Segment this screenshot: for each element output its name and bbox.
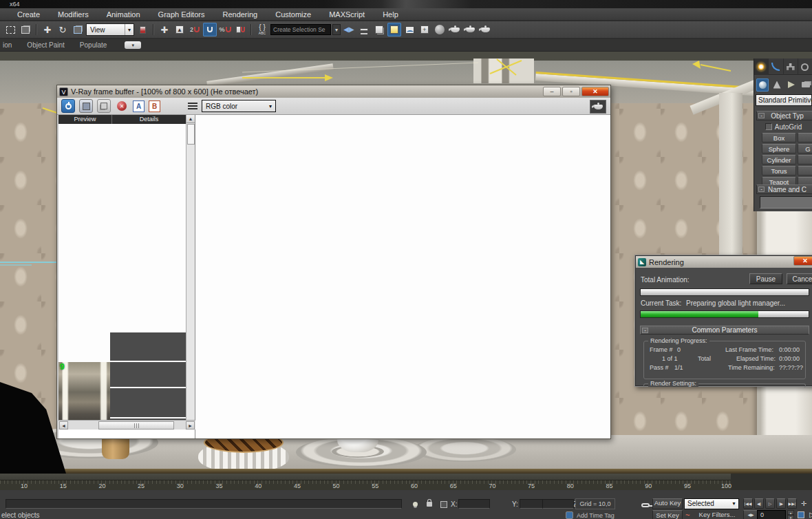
create-button-right-g[interactable]: G <box>798 144 812 153</box>
spinner-snap-icon[interactable] <box>233 23 247 36</box>
prev-key-button[interactable]: ◀| <box>754 498 764 509</box>
current-frame-field[interactable]: 0 <box>757 510 786 519</box>
scale-icon[interactable] <box>71 23 85 36</box>
select-manipulate-icon[interactable]: ✚ <box>158 23 171 36</box>
set-key-button[interactable]: Set Key <box>652 510 683 519</box>
go-start-button[interactable]: |◀◀ <box>743 498 753 509</box>
time-config-icon[interactable] <box>795 509 806 519</box>
new-key-mode-icon[interactable]: ~ <box>685 511 690 519</box>
select-region-icon[interactable] <box>3 23 17 36</box>
ribbon-minimize-icon[interactable]: ▾ <box>125 41 141 49</box>
scroll-left-icon[interactable]: ◄ <box>59 421 68 430</box>
collapse-icon[interactable]: - <box>642 328 648 333</box>
category-cameras-icon[interactable] <box>800 78 812 92</box>
vfb-horizontal-scrollbar[interactable]: ◄ ► <box>58 420 195 430</box>
schematic-view-icon[interactable]: + <box>418 23 431 36</box>
select-object-icon[interactable] <box>19 23 32 36</box>
use-center-icon[interactable] <box>136 23 149 36</box>
vfb-clone-icon[interactable] <box>97 99 111 113</box>
rendered-frame-window-icon[interactable] <box>448 23 462 36</box>
key-filters-button[interactable]: Key Filters... <box>698 510 736 519</box>
create-button-sphere[interactable]: Sphere <box>762 144 796 153</box>
menu-item-create[interactable]: Create <box>8 8 49 21</box>
create-button-right-2[interactable] <box>798 155 812 165</box>
vfb-history-list[interactable]: 9 <box>58 124 186 420</box>
render-production-icon[interactable] <box>463 23 477 36</box>
rotate-icon[interactable]: ↻ <box>56 23 70 36</box>
vfb-save-image-icon[interactable] <box>79 99 93 113</box>
transform-gizmo-icon[interactable]: ✛ <box>798 498 809 509</box>
category-shapes-icon[interactable] <box>771 78 783 92</box>
history-row[interactable] <box>110 388 186 417</box>
tab-hierarchy-icon[interactable] <box>784 59 798 75</box>
history-thumbnail[interactable]: 9 <box>58 362 110 429</box>
reference-coordinate-dropdown[interactable]: View ▾ <box>86 23 134 36</box>
spinner-down-icon[interactable]: ▾ <box>787 515 794 519</box>
tab-motion-icon[interactable] <box>798 59 812 75</box>
move-icon[interactable]: ✚ <box>41 23 54 36</box>
named-selection-set-field[interactable]: Create Selection Se <box>270 24 331 35</box>
vfb-compare-a-icon[interactable]: A <box>133 100 145 112</box>
z-coordinate-field[interactable] <box>542 499 574 509</box>
render-iterative-icon[interactable] <box>478 23 492 36</box>
object-name-field[interactable] <box>760 196 812 209</box>
create-button-right-0[interactable] <box>798 133 812 142</box>
cancel-button[interactable]: Cancel <box>787 273 812 284</box>
ribbon-tab-object-paint[interactable]: Object Paint <box>24 41 76 49</box>
selection-set-dropdown-arrow[interactable]: ▾ <box>332 24 341 35</box>
history-row[interactable] <box>110 362 186 387</box>
vfb-tab-preview[interactable]: Preview <box>58 115 112 124</box>
time-mode-dropdown[interactable]: Selected ▾ <box>684 498 739 509</box>
close-button[interactable]: ✕ <box>793 256 812 266</box>
vfb-compare-b-icon[interactable]: B <box>149 100 160 112</box>
menu-item-customize[interactable]: Customize <box>266 8 320 21</box>
vfb-channel-dropdown[interactable]: RGB color ▾ <box>202 100 276 112</box>
graph-editor-icon[interactable] <box>387 23 401 36</box>
scroll-right-icon[interactable]: ► <box>186 421 195 430</box>
key-mode-toggle[interactable]: ◀▶ <box>743 510 758 519</box>
play-button[interactable]: ▷ <box>765 498 775 509</box>
name-color-rollout[interactable]: - Name and C <box>756 184 812 194</box>
curve-editor-icon[interactable] <box>403 23 416 36</box>
scrollbar-thumb[interactable] <box>187 124 195 145</box>
go-end-button[interactable]: ▶▶| <box>787 498 797 509</box>
menu-item-modifiers[interactable]: Modifiers <box>49 8 98 21</box>
category-lights-icon[interactable] <box>785 78 798 92</box>
absolute-mode-icon[interactable] <box>438 499 449 509</box>
maximize-button[interactable]: ▫ <box>562 87 580 96</box>
tab-modify-icon[interactable] <box>769 59 783 75</box>
x-coordinate-field[interactable] <box>458 499 490 509</box>
create-button-right-3[interactable] <box>798 166 812 176</box>
minimize-button[interactable]: – <box>543 87 561 96</box>
common-parameters-rollout[interactable]: - Common Parameters <box>640 326 809 335</box>
spinner-up-icon[interactable]: ▴ <box>787 510 794 515</box>
frame-spinner[interactable]: ▴ ▾ <box>787 510 794 519</box>
create-button-box[interactable]: Box <box>762 133 796 142</box>
vfb-stop-render-icon[interactable]: ✕ <box>115 99 129 113</box>
history-row[interactable] <box>110 332 186 361</box>
menu-item-graph-editors[interactable]: Graph Editors <box>149 8 214 21</box>
scroll-up-icon[interactable]: ▲ <box>186 115 195 123</box>
menu-item-animation[interactable]: Animation <box>98 8 149 21</box>
track-bar[interactable] <box>0 474 731 480</box>
isolate-selection-icon[interactable] <box>409 499 420 509</box>
scrollbar-thumb[interactable] <box>98 421 174 430</box>
angle-snap-icon[interactable] <box>203 23 217 36</box>
next-key-button[interactable]: |▶ <box>776 498 786 509</box>
ribbon-tab-ion[interactable]: ion <box>0 41 24 49</box>
maxscript-mini-listener[interactable] <box>6 499 402 509</box>
ribbon-tab-populate[interactable]: Populate <box>77 41 119 49</box>
menu-item-rendering[interactable]: Rendering <box>213 8 266 21</box>
snap-toggle-icon[interactable]: 2 <box>188 23 202 36</box>
edit-named-selection-icon[interactable]: { } ABC <box>255 23 269 36</box>
menu-item-maxscript[interactable]: MAXScript <box>320 8 374 21</box>
primitives-dropdown[interactable]: Standard Primitives <box>756 94 812 106</box>
vfb-menu-icon[interactable] <box>188 103 197 109</box>
tab-create-icon[interactable] <box>754 59 769 75</box>
category-geometry-icon[interactable] <box>756 78 769 92</box>
vfb-titlebar[interactable]: V V-Ray frame buffer - [100% of 800 x 60… <box>57 85 610 98</box>
pause-button[interactable]: Pause <box>749 273 782 284</box>
timeline-ruler[interactable]: 101520253035404550556065707580859095100 <box>0 480 731 490</box>
add-time-tag[interactable]: Add Time Tag <box>566 511 615 519</box>
mirror-icon[interactable]: ◀▶ <box>342 23 356 36</box>
